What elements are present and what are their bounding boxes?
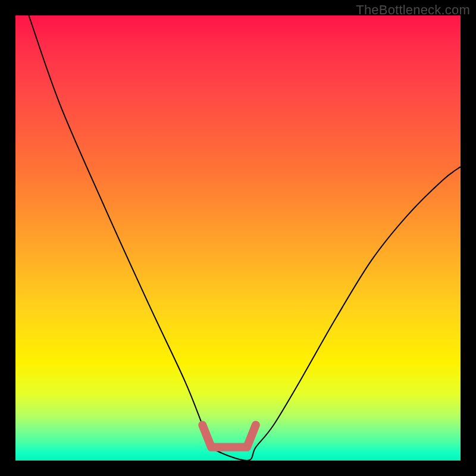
chart-frame: TheBottleneck.com (0, 0, 476, 476)
watermark-text: TheBottleneck.com (356, 2, 470, 18)
black-curve-path (29, 15, 461, 461)
salmon-bracket-path (202, 425, 256, 447)
chart-svg (15, 15, 461, 461)
plot-area (15, 15, 461, 461)
